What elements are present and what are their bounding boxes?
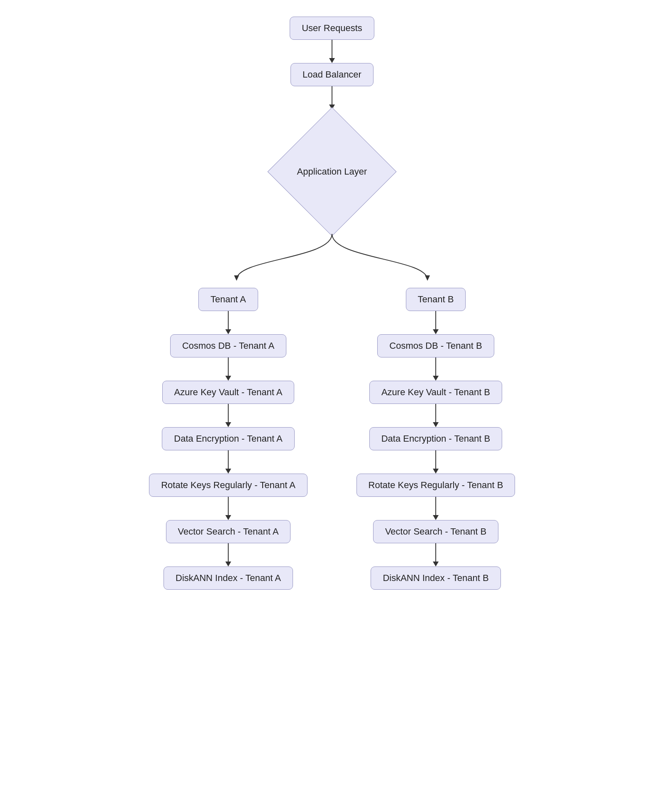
application-layer-wrapper: Application Layer [270,109,394,234]
arrow-ta-3 [225,404,231,427]
fork-svg [145,234,519,288]
arrow-ta-6 [225,543,231,566]
tenant-a-node: Tenant A [198,288,258,311]
arrow-2 [329,86,335,109]
rotate-b-node: Rotate Keys Regularly - Tenant B [356,474,515,497]
arrow-tb-2 [433,357,439,381]
fork-arrows [145,234,519,288]
diagram-container: User Requests Load Balancer Application … [104,0,560,590]
svg-marker-0 [234,275,239,281]
diskann-b-node: DiskANN Index - Tenant B [371,566,500,590]
svg-marker-1 [425,275,430,281]
cosmos-a-node: Cosmos DB - Tenant A [170,334,286,357]
vector-a-node: Vector Search - Tenant A [166,520,291,543]
arrow-tb-1 [433,311,439,334]
arrow-ta-4 [225,450,231,474]
keyvault-a-node: Azure Key Vault - Tenant A [162,381,295,404]
rotate-a-node: Rotate Keys Regularly - Tenant A [149,474,308,497]
tenant-b-node: Tenant B [406,288,466,311]
load-balancer-node: Load Balancer [290,63,374,86]
arrow-tb-5 [433,497,439,520]
arrow-1 [329,40,335,63]
tenant-b-branch: Tenant B Cosmos DB - Tenant B Azure Key … [344,288,527,590]
tenant-a-branch: Tenant A Cosmos DB - Tenant A Azure Key … [137,288,320,590]
arrow-ta-5 [225,497,231,520]
keyvault-b-node: Azure Key Vault - Tenant B [369,381,502,404]
arrow-tb-4 [433,450,439,474]
diskann-a-node: DiskANN Index - Tenant A [164,566,293,590]
arrow-tb-3 [433,404,439,427]
user-requests-node: User Requests [290,17,374,40]
encryption-a-node: Data Encryption - Tenant A [162,427,294,450]
cosmos-b-node: Cosmos DB - Tenant B [377,334,494,357]
arrow-ta-2 [225,357,231,381]
vector-b-node: Vector Search - Tenant B [373,520,498,543]
split-row: Tenant A Cosmos DB - Tenant A Azure Key … [104,288,560,590]
arrow-tb-6 [433,543,439,566]
application-layer-diamond [267,107,396,236]
encryption-b-node: Data Encryption - Tenant B [369,427,503,450]
arrow-ta-1 [225,311,231,334]
